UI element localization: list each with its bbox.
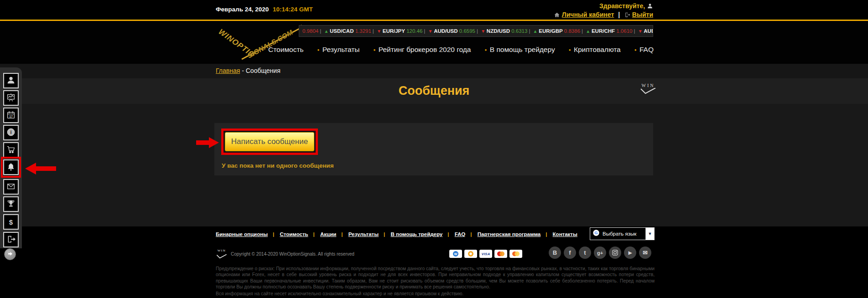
sidebar-item-shop[interactable]	[3, 142, 19, 158]
trophy-icon	[6, 199, 16, 210]
sidebar-item-calendar[interactable]: 17	[3, 108, 19, 123]
compose-message-button[interactable]: Написать сообщение	[225, 132, 314, 151]
dollar-icon: $	[9, 218, 13, 226]
breadcrumb-current: Сообщения	[246, 67, 281, 74]
arrow-right-icon	[7, 250, 13, 258]
svg-text:17: 17	[9, 114, 13, 118]
sidebar-item-results[interactable]	[3, 196, 19, 212]
nav-item-broker-rating[interactable]: Рейтинг брокеров 2020 года	[379, 46, 487, 54]
link-separator: |	[618, 11, 620, 18]
sidebar-item-signals[interactable]	[3, 90, 19, 106]
site-logo[interactable]: WINOPTIO SIGNALS.COM	[211, 21, 307, 63]
footer-link-contacts[interactable]: Контакты	[553, 231, 577, 237]
ticker-leading-value: 0.9804	[302, 28, 318, 34]
user-greeting-block: Здравствуйте, Личный кабинет | Выйти	[554, 2, 653, 19]
maestro-icon	[509, 250, 522, 258]
nav-item-results[interactable]: Результаты	[322, 46, 375, 54]
top-bar	[0, 0, 868, 20]
risk-disclaimer: Предупреждение о рисках: При использован…	[216, 266, 655, 297]
footer-link-trader-help[interactable]: В помощь трейдеру	[390, 231, 453, 237]
page: Февраль 24, 2020 10:14:24 GMT Здравствуй…	[0, 0, 868, 298]
info-coin-icon: i	[6, 127, 16, 139]
vk-icon[interactable]: В	[549, 247, 561, 259]
logout-link[interactable]: Выйти	[632, 11, 653, 18]
annotation-arrow-left-icon	[25, 163, 56, 176]
main-nav: Стоимость Результаты Рейтинг брокеров 20…	[268, 46, 654, 54]
user-icon	[6, 75, 16, 87]
footer-link-faq[interactable]: FAQ	[455, 231, 476, 237]
logo-text-part2: SIGNALS.COM	[246, 28, 294, 60]
breadcrumb-separator: -	[242, 67, 244, 74]
footer-links: Бинарные опционы Стоимость Акции Результ…	[216, 231, 577, 237]
sidebar-item-messages[interactable]	[3, 179, 19, 195]
sidebar-item-payments[interactable]: $	[3, 214, 19, 230]
ticker-item: AUD	[632, 28, 653, 34]
ticker-item: EUR/CHF 1.0610	[580, 28, 632, 34]
sidebar-item-info[interactable]: i	[3, 125, 19, 140]
ticker-item: EUR/GBP 0.8386	[527, 28, 580, 34]
logout-icon	[6, 234, 16, 246]
annotation-arrow-right-icon	[196, 137, 219, 150]
email-icon[interactable]: ✉	[639, 247, 651, 259]
social-links: В f t g+ ▶ ✉	[549, 247, 651, 259]
language-selector-label: Выбрать язык	[603, 231, 645, 236]
ticker-item: NZD/USD 0.6313	[475, 28, 527, 34]
svg-text:i: i	[10, 129, 11, 135]
youtube-icon[interactable]: ▶	[624, 247, 636, 259]
current-date: Февраль 24, 2020	[216, 6, 269, 13]
google-icon: G	[593, 229, 600, 238]
nav-item-cost[interactable]: Стоимость	[268, 46, 319, 54]
svg-text:G: G	[594, 231, 598, 235]
mail-icon	[6, 181, 16, 193]
twitter-icon[interactable]: t	[579, 247, 591, 259]
breadcrumb: Главная - Сообщения	[216, 67, 281, 74]
ticker-item: AUD/USD 0.6595	[422, 28, 475, 34]
account-link[interactable]: Личный кабинет	[562, 11, 614, 18]
facebook-icon[interactable]: f	[564, 247, 576, 259]
home-icon	[554, 11, 560, 20]
nav-item-crypto[interactable]: Криптовалюта	[574, 46, 637, 54]
datetime: Февраль 24, 2020 10:14:24 GMT	[216, 6, 313, 13]
compose-button-highlight-box: Написать сообщение	[221, 128, 318, 155]
footer-link-binary-options[interactable]: Бинарные опционы	[216, 231, 278, 237]
instagram-icon[interactable]	[609, 247, 621, 259]
greeting-text: Здравствуйте,	[599, 2, 645, 10]
risk-disclaimer-note: Вся информация на сайте несет исключител…	[216, 291, 655, 297]
mastercard-icon	[494, 250, 507, 258]
annotation-highlight-box	[1, 157, 21, 178]
empty-messages-text: У вас пока нет ни одного сообщения	[222, 162, 334, 169]
webmoney-icon: W	[449, 250, 462, 258]
breadcrumb-home-link[interactable]: Главная	[216, 67, 240, 74]
yandex-money-icon	[464, 250, 477, 258]
sidebar-expand-button[interactable]	[4, 248, 16, 260]
footer-win-logo: WIN	[216, 249, 228, 261]
current-time: 10:14:24 GMT	[273, 6, 313, 13]
ticker-item: USD/CAD 1.3291	[318, 28, 371, 34]
sidebar-item-profile[interactable]	[3, 73, 19, 88]
ticker-item: EUR/JPY 120.46	[371, 28, 422, 34]
win-mini-logo: WIN	[639, 83, 657, 96]
footer-link-results[interactable]: Результаты	[348, 231, 390, 237]
language-selector[interactable]: G Выбрать язык ▼	[590, 227, 655, 240]
google-plus-icon[interactable]: g+	[594, 247, 606, 259]
footer-link-cost[interactable]: Стоимость	[280, 231, 318, 237]
cart-icon	[6, 144, 16, 156]
breadcrumb-band	[0, 64, 868, 78]
messages-panel: Написать сообщение У вас пока нет ни одн…	[214, 123, 653, 175]
chevron-down-icon: ▼	[645, 228, 654, 240]
page-title: Сообщения	[0, 84, 868, 98]
visa-icon: VISA	[479, 250, 492, 258]
risk-disclaimer-paragraph: Предупреждение о рисках: При использован…	[216, 266, 655, 290]
nav-item-trader-help[interactable]: В помощь трейдеру	[490, 46, 571, 54]
sidebar-item-logout[interactable]	[3, 232, 19, 247]
svg-text:W: W	[454, 252, 457, 256]
payment-methods: W VISA	[449, 250, 522, 258]
nav-item-faq[interactable]: FAQ	[639, 46, 654, 54]
footer-link-partner-program[interactable]: Партнерская программа	[478, 231, 551, 237]
logout-icon	[624, 11, 630, 20]
currency-ticker: 0.9804USD/CAD 1.3291EUR/JPY 120.46AUD/US…	[299, 25, 653, 37]
copyright-text: Copyright © 2014-2020 WinOptionSignals. …	[231, 252, 354, 257]
calendar-icon: 17	[6, 110, 16, 121]
signals-board-icon	[6, 92, 16, 104]
footer-link-promos[interactable]: Акции	[320, 231, 347, 237]
